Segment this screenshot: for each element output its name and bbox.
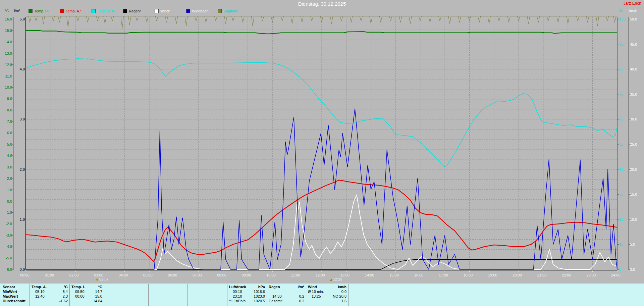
table-value-cell: 2.3 [28,294,68,298]
wind-axis-tick: 25.0 [630,142,637,146]
hour-axis-tick: 04:00 [119,273,131,277]
temp-axis-tick: 7.0 [1,119,12,123]
rain-axis-tick: 4.0 [15,67,25,71]
rain-axis-tick: 2.0 [15,167,25,171]
rain-axis-tick: 3.0 [15,117,25,121]
temp-axis-tick: 13.0 [1,51,12,55]
wind-axis-tick: 0.0 [630,267,635,271]
hour-axis-tick: 14:00 [365,273,377,277]
table-col-unit: l/m² [264,285,304,289]
wind-axis-tick: 15.0 [630,192,637,196]
weather-chart [0,0,644,306]
table-value-cell: NO 20.8 [306,294,346,298]
table-row-label: MinWert [3,290,17,294]
table-row-label: Durchschnitt [3,299,25,303]
humidity-axis-tick: 30 [619,192,623,196]
temp-axis-tick: 10.0 [1,85,12,89]
hour-axis-tick: 12:00 [316,273,328,277]
humidity-axis-tick: 60 [619,117,623,121]
table-row-label: Sensor [3,285,15,289]
wind-axis-tick: 50.0 [630,17,637,21]
humidity-axis-tick: 90 [619,42,623,46]
temp-axis-tick: 14.0 [1,40,12,44]
temp-axis-tick: -2.0 [1,222,12,226]
down-arrow-icon: ▼ [95,277,99,281]
hour-axis-tick: 11:00 [291,273,303,277]
hour-axis-tick: 21:00 [537,273,549,277]
temp-axis-tick: 4.0 [1,154,12,158]
hour-axis-tick: 03:00 [94,273,106,277]
temp-axis-tick: -4.0 [1,245,12,249]
temp-axis-tick: 6.0 [1,131,12,135]
hour-axis-tick: 02:00 [69,273,82,277]
humidity-axis-tick: 100 [619,17,625,21]
series-wind-line [26,195,617,269]
hour-axis-tick: 09:00 [242,273,254,277]
wind-axis-tick: 45.0 [630,42,637,46]
temp-axis-tick: 9.0 [1,97,12,101]
hour-axis-tick: 24:00 [611,273,623,277]
hour-axis-tick: 18:00 [464,273,476,277]
rain-axis-tick: 5.0 [15,17,25,21]
humidity-axis-tick: 20 [619,217,623,221]
marker-time: 12:29 [333,277,342,281]
humidity-axis-tick: 0 [619,267,621,271]
table-value-cell: 1023.0 [225,294,265,298]
temp-axis-tick: 15.0 [1,29,12,33]
wind-axis-tick: 30.0 [630,117,637,121]
up-arrow-icon: ▲ [329,277,332,281]
table-value-cell: -5.4 [28,290,68,294]
temp-axis-tick: -5.0 [1,256,12,260]
temp-axis-tick: 8.0 [1,108,12,112]
hour-axis-tick: 06:00 [168,273,180,277]
wind-axis-tick: 5.0 [630,242,635,246]
marker-time: 02:57 [99,277,109,281]
table-col-unit: °C [28,285,68,289]
wind-axis-tick: 10.0 [630,217,637,221]
wind-axis-tick: 35.0 [630,92,637,96]
temp-axis-tick: 12.0 [1,63,12,67]
table-col-unit: hPa [225,285,265,289]
humidity-axis-tick: 70 [619,92,623,96]
temp-axis-tick: -1.0 [1,210,12,214]
hour-axis-tick: 08:00 [217,273,229,277]
table-value-cell: 14.7 [62,290,102,294]
time-marker-up: ▲ 12:29 [329,277,342,281]
hour-axis-tick: 23:00 [587,273,599,277]
stats-table: SensorMinWertMaxWertDurchschnittTemp. A.… [0,284,644,306]
hour-axis-tick: 00:00 [20,273,32,277]
temp-axis-tick: 0.0 [1,199,12,203]
temp-axis-tick: 11.0 [1,74,12,78]
table-divider [187,284,187,306]
table-divider [104,284,104,306]
time-marker-down: ▼ 02:57 [95,277,108,281]
humidity-axis-tick: 40 [619,167,623,171]
table-value-cell: 1020.5 [225,299,265,303]
table-value-cell: 1.6 [306,299,346,303]
temp-axis-tick: 3.0 [1,165,12,169]
table-col-unit: km/h [306,285,346,289]
table-row-label: MaxWert [3,294,18,298]
weather-app-window: Dienstag, 30.12.2025 Jarz Erich °C l/m² … [0,0,644,306]
table-value-cell: 0.2 [264,299,304,303]
wind-axis-tick: 40.0 [630,67,637,71]
rain-axis-tick: 0.0 [15,267,25,271]
hour-axis-tick: 16:00 [414,273,426,277]
hour-axis-tick: 10:00 [266,273,278,277]
table-value-cell: 14.84 [62,299,102,303]
table-value-cell: 0.0 [306,290,346,294]
hour-axis-tick: 19:00 [488,273,500,277]
hour-axis-tick: 20:00 [513,273,525,277]
wind-axis-tick: 20.0 [630,167,637,171]
humidity-axis-tick: 10 [619,242,623,246]
temp-axis-tick: 16.0 [1,17,12,21]
table-value-cell: -1.62 [28,299,68,303]
series-tempa-line [26,180,617,262]
temp-axis-tick: -6.0 [1,267,12,271]
humidity-axis-tick: 80 [619,67,623,71]
table-divider [148,284,149,306]
hour-axis-tick: 07:00 [193,273,205,277]
hour-axis-tick: 15:00 [389,273,401,277]
humidity-axis-tick: 50 [619,142,623,146]
temp-axis-tick: 1.0 [1,188,12,192]
